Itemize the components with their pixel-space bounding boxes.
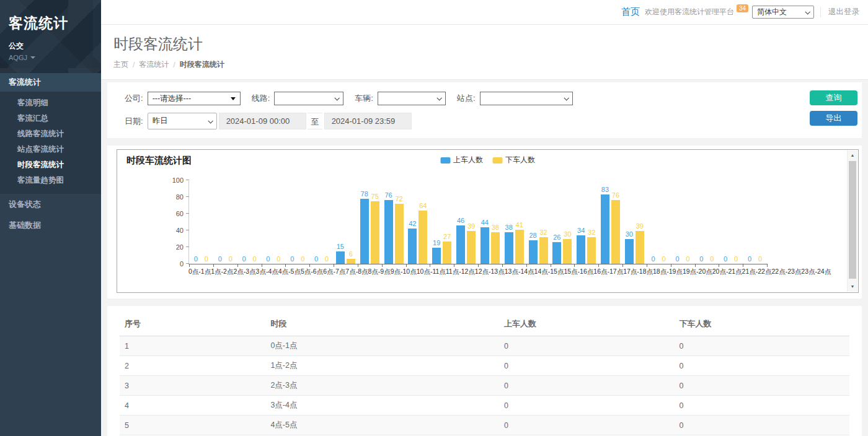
legend-item-上车人数[interactable]: 上车人数	[440, 155, 483, 165]
bar-下车人数	[491, 232, 500, 264]
date-to-input[interactable]: 2024-01-09 23:59	[324, 113, 412, 129]
station-select[interactable]	[480, 92, 573, 105]
x-axis-tick	[262, 264, 262, 267]
bar-column: 27	[443, 181, 451, 264]
breadcrumb-parent[interactable]: 客流统计	[139, 59, 169, 70]
x-axis-tick	[213, 264, 214, 267]
bar-value-label: 0	[724, 255, 727, 263]
language-select[interactable]: 简体中文	[752, 6, 814, 19]
y-axis-label: 60	[176, 210, 184, 217]
x-axis-tick	[189, 264, 190, 267]
sidebar-item-客流量趋势图[interactable]: 客流量趋势图	[0, 173, 101, 188]
app-brand: 客流统计	[9, 14, 92, 33]
x-axis-tick	[574, 264, 575, 267]
bar-上车人数	[529, 240, 538, 264]
sidebar-item-客流明细[interactable]: 客流明细	[0, 95, 101, 111]
scrollbar-thumb[interactable]	[849, 161, 856, 279]
bar-value-label: 34	[577, 227, 585, 234]
sidebar-item-客流汇总[interactable]: 客流汇总	[0, 111, 101, 126]
sidebar-item-站点客流统计[interactable]: 站点客流统计	[0, 142, 101, 157]
company-label: 公司:	[125, 93, 143, 104]
org-code-dropdown[interactable]: AQGJ	[9, 54, 92, 61]
bar-value-label: 26	[553, 233, 560, 241]
table-cell: 5	[120, 416, 265, 435]
x-axis-tick	[406, 264, 407, 267]
filter-row-1: 公司: ---请选择--- 线路: 车辆: 站点:	[125, 92, 800, 105]
table-header-下车人数: 下车人数	[674, 312, 849, 336]
bar-value-label: 78	[361, 190, 368, 198]
table-cell: 4点-5点	[265, 416, 499, 435]
bar-column: 19	[432, 181, 441, 264]
bar-column: 0	[264, 181, 272, 264]
table-row[interactable]: 32点-3点00	[120, 376, 849, 396]
bar-value-label: 0	[277, 255, 280, 263]
sidebar-section-设备状态[interactable]: 设备状态	[0, 194, 101, 215]
bar-value-label: 0	[686, 255, 689, 263]
bar-column: 38	[491, 181, 500, 264]
bar-value-label: 0	[218, 255, 222, 263]
legend-swatch	[440, 157, 450, 164]
bar-group-21点-22点: 00	[694, 181, 719, 264]
bar-上车人数	[408, 229, 417, 264]
scroll-up-icon[interactable]: ▲	[848, 150, 857, 160]
bar-上车人数	[577, 235, 585, 264]
table-cell: 0	[674, 376, 849, 396]
bar-value-label: 0	[301, 255, 304, 263]
x-axis-label: 10点-11点	[417, 268, 446, 276]
legend-item-下车人数[interactable]: 下车人数	[492, 155, 535, 165]
x-axis-tick	[598, 264, 599, 267]
bar-group-12点-13点: 4438	[478, 181, 502, 264]
sidebar-section-基础数据[interactable]: 基础数据	[0, 215, 101, 236]
home-link[interactable]: 首页	[621, 6, 640, 18]
bar-column: 72	[395, 181, 404, 264]
bar-value-label: 0	[652, 255, 655, 263]
date-from-input[interactable]: 2024-01-09 00:00	[219, 113, 306, 129]
bar-上车人数	[505, 232, 513, 264]
logout-link[interactable]: 退出登录	[820, 7, 859, 17]
line-select[interactable]	[274, 92, 343, 105]
table-cell: 0	[499, 396, 674, 416]
bar-group-23点-24点: 00	[743, 181, 767, 264]
company-select[interactable]: ---请选择---	[148, 92, 241, 105]
x-axis-label: 18点-19点	[653, 268, 683, 276]
bar-value-label: 39	[636, 222, 644, 230]
sidebar-item-线路客流统计[interactable]: 线路客流统计	[0, 126, 101, 142]
chevron-down-icon	[805, 9, 810, 14]
table-row[interactable]: 54点-5点00	[120, 416, 849, 435]
bar-value-label: 0	[675, 255, 679, 263]
scroll-down-icon[interactable]: ▼	[848, 282, 857, 292]
chart-plot: 0000000000001567875767242641927463944383…	[188, 181, 767, 264]
bar-column: 0	[226, 181, 235, 264]
vehicle-select[interactable]	[378, 92, 446, 105]
table-row[interactable]: 43点-4点00	[120, 396, 849, 416]
export-button[interactable]: 导出	[810, 111, 857, 126]
table-row[interactable]: 21点-2点00	[120, 356, 849, 376]
bar-value-label: 32	[588, 229, 595, 236]
notification-badge[interactable]: 34	[737, 4, 748, 12]
topbar: 首页 欢迎使用客流统计管理平台 34 简体中文 退出登录	[101, 0, 868, 25]
x-axis-tick	[478, 264, 479, 267]
chart-scrollbar[interactable]: ▲ ▼	[847, 150, 857, 292]
search-button[interactable]: 查询	[810, 90, 857, 105]
bar-下车人数	[347, 259, 355, 264]
bar-column: 15	[336, 181, 345, 264]
bar-column: 6	[347, 181, 355, 264]
bar-column: 0	[707, 181, 716, 264]
chart-panel: 时段车流统计图 上车人数下车人数 00000000000015678757672…	[107, 146, 862, 299]
table-row[interactable]: 10点-1点00	[120, 336, 849, 356]
stats-table: 序号时段上车人数下车人数 10点-1点0021点-2点0032点-3点0043点…	[120, 312, 849, 436]
sidebar-item-时段客流统计[interactable]: 时段客流统计	[0, 157, 101, 173]
sidebar: 客流统计 公交 AQGJ 客流统计客流明细客流汇总线路客流统计站点客流统计时段客…	[0, 0, 101, 436]
bar-column: 0	[322, 181, 331, 264]
bar-上车人数	[432, 248, 441, 264]
bar-上车人数	[384, 200, 393, 264]
chevron-down-icon	[335, 95, 340, 100]
date-preset-select[interactable]: 昨日	[148, 113, 217, 129]
bar-value-label: 83	[601, 186, 609, 193]
x-axis-label: 2点-3点	[233, 268, 255, 276]
y-axis-tick	[186, 213, 189, 214]
sidebar-section-客流统计[interactable]: 客流统计	[0, 73, 101, 92]
bar-value-label: 64	[419, 202, 427, 209]
bar-column: 76	[384, 181, 393, 264]
breadcrumb-home[interactable]: 主页	[113, 59, 128, 70]
